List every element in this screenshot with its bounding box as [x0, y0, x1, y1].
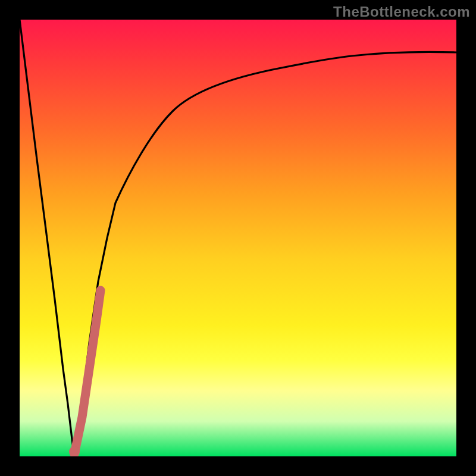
watermark-text: TheBottleneck.com	[333, 4, 470, 20]
chart-svg	[20, 20, 456, 456]
chart-container: TheBottleneck.com	[0, 0, 476, 476]
plot-area	[20, 20, 456, 456]
highlight-segment	[74, 290, 101, 454]
